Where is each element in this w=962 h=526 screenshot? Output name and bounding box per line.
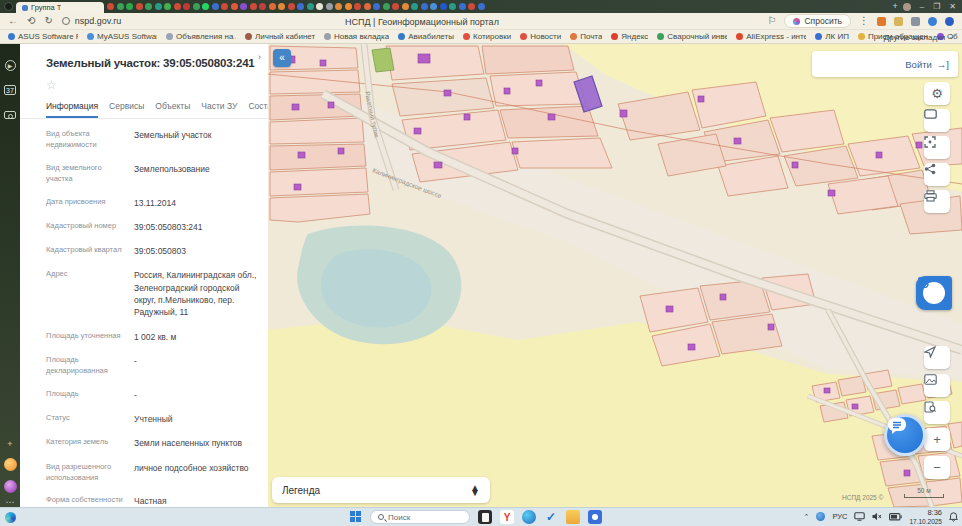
- profile-avatar[interactable]: [903, 3, 911, 11]
- cadastral-map[interactable]: Калининградское шоссе Ракетный тупик « В…: [268, 44, 962, 507]
- print-button[interactable]: [924, 190, 950, 213]
- bookmark-item[interactable]: Личный кабинет: [245, 32, 315, 41]
- panel-tab[interactable]: Объекты: [155, 101, 190, 118]
- tab-favicon-dot[interactable]: [468, 3, 475, 10]
- tab-favicon-dot[interactable]: [392, 3, 399, 10]
- counter-badge[interactable]: 37: [4, 85, 16, 95]
- bookmark-item[interactable]: MyASUS Softwar: [87, 32, 157, 41]
- back-icon[interactable]: ←: [8, 16, 18, 26]
- zoom-in-button[interactable]: +: [924, 428, 950, 451]
- extension-icon-5[interactable]: [945, 17, 954, 26]
- legend-expand-icon[interactable]: ▲▼: [470, 485, 480, 495]
- locate-button[interactable]: [924, 346, 950, 369]
- favorite-star-icon[interactable]: ☆: [46, 79, 268, 91]
- tab-favicon-dot[interactable]: [440, 3, 447, 10]
- bookmark-item[interactable]: ASUS Software P: [8, 32, 78, 41]
- tab-favicon-dot[interactable]: [421, 3, 428, 10]
- notification-bell-icon[interactable]: [949, 512, 958, 522]
- camera-icon[interactable]: [4, 111, 16, 119]
- tab-favicon-dot[interactable]: [364, 3, 371, 10]
- tab-favicon-dot[interactable]: [269, 3, 276, 10]
- tab-favicon-dot[interactable]: [250, 3, 257, 10]
- bookmark-item[interactable]: Почта: [570, 32, 602, 41]
- panel-tab[interactable]: Сервисы: [109, 101, 144, 118]
- new-tab-button[interactable]: +: [890, 2, 899, 11]
- bookmark-item[interactable]: AliExpress - инте: [736, 32, 806, 41]
- tab-favicon-dot[interactable]: [373, 3, 380, 10]
- zoom-out-button[interactable]: −: [924, 456, 950, 479]
- tab-favicon-dot[interactable]: [383, 3, 390, 10]
- display-icon[interactable]: [854, 512, 865, 521]
- bookmark-item[interactable]: ЛК ИП: [815, 32, 849, 41]
- ask-button[interactable]: Спросить: [784, 14, 851, 28]
- yandex-browser-icon[interactable]: Y: [500, 510, 514, 524]
- add-icon[interactable]: +: [7, 439, 12, 449]
- window-minimize-button[interactable]: –: [920, 3, 924, 11]
- tray-expand-icon[interactable]: ⌃: [804, 513, 810, 521]
- tab-favicon-dot[interactable]: [231, 3, 238, 10]
- tab-favicon-dot[interactable]: [354, 3, 361, 10]
- panel-collapse-button[interactable]: «: [273, 49, 291, 67]
- speaker-mute-icon[interactable]: [872, 512, 882, 521]
- tab-favicon-dot[interactable]: [402, 3, 409, 10]
- chat-assistant-button[interactable]: [884, 414, 926, 456]
- bookmark-item[interactable]: Новости: [520, 32, 561, 41]
- tab-favicon-dot[interactable]: [212, 3, 219, 10]
- window-maximize-button[interactable]: ❐: [933, 3, 940, 11]
- tab-favicon-dot[interactable]: [174, 3, 181, 10]
- bookmark-item[interactable]: Сварочный инве: [657, 32, 727, 41]
- panel-tab[interactable]: Соста: [248, 101, 268, 118]
- login-bar[interactable]: Войти →]: [812, 51, 958, 77]
- bookmark-item[interactable]: Авиабилеты: [398, 32, 454, 41]
- panel-tab[interactable]: Части ЗУ: [201, 101, 237, 118]
- avatar-orange[interactable]: [4, 458, 17, 471]
- address-bar[interactable]: nspd.gov.ru: [62, 16, 121, 26]
- tab-favicon-dot[interactable]: [145, 3, 152, 10]
- network-icon[interactable]: [816, 512, 825, 521]
- tab-favicon-dot[interactable]: [136, 3, 143, 10]
- extension-icon-2[interactable]: [894, 17, 903, 26]
- extension-icon-3[interactable]: [911, 17, 920, 26]
- other-bookmarks[interactable]: Другие закладки ⌄: [884, 30, 954, 44]
- tab-favicon-dot[interactable]: [240, 3, 247, 10]
- reload-icon[interactable]: ↻: [44, 16, 52, 26]
- language-indicator[interactable]: РУС: [832, 512, 847, 521]
- panel-tab[interactable]: Информация: [46, 101, 98, 118]
- play-icon[interactable]: ▶: [5, 60, 16, 71]
- taskbar-clock[interactable]: 8:36 17.10.2025: [909, 509, 942, 524]
- edge-browser-icon[interactable]: [522, 510, 536, 524]
- extension-icon-1[interactable]: [877, 17, 886, 26]
- tab-favicon-dot[interactable]: [316, 3, 323, 10]
- tab-favicon-dot[interactable]: [411, 3, 418, 10]
- tab-favicon-dot[interactable]: [430, 3, 437, 10]
- url-text[interactable]: nspd.gov.ru: [75, 16, 121, 26]
- messenger-app-icon[interactable]: [588, 510, 602, 524]
- bookmark-item[interactable]: Объявления на А: [166, 32, 236, 41]
- tab-favicon-dot[interactable]: [478, 3, 485, 10]
- tab-favicon-dot[interactable]: [297, 3, 304, 10]
- tab-favicon-dot[interactable]: [459, 3, 466, 10]
- check-app-icon[interactable]: ✓: [544, 510, 558, 524]
- window-close-button[interactable]: ✕: [949, 3, 956, 11]
- search-on-map-button[interactable]: [924, 401, 950, 424]
- bookmark-item[interactable]: Котировки: [463, 32, 511, 41]
- notebook-app-icon[interactable]: [478, 510, 492, 524]
- bookmark-item[interactable]: Яндекс: [611, 32, 648, 41]
- avatar-purple[interactable]: [4, 480, 17, 493]
- tab-favicon-dot[interactable]: [107, 3, 114, 10]
- share-button[interactable]: [924, 163, 950, 186]
- tab-favicon-dot[interactable]: [183, 3, 190, 10]
- legend-bar[interactable]: Легенда ▲▼: [272, 477, 490, 503]
- tab-favicon-dot[interactable]: [345, 3, 352, 10]
- start-button[interactable]: [350, 511, 362, 523]
- layers-card-button[interactable]: [924, 109, 950, 132]
- tab-favicon-dot[interactable]: [278, 3, 285, 10]
- tab-favicon-dot[interactable]: [126, 3, 133, 10]
- explorer-folder-icon[interactable]: [566, 510, 580, 524]
- select-area-button[interactable]: [924, 136, 950, 159]
- tabs-scroll-arrow[interactable]: ›: [255, 52, 264, 62]
- extension-icon-4[interactable]: [928, 17, 937, 26]
- tab-favicon-dot[interactable]: [155, 3, 162, 10]
- more-icon[interactable]: ⋯: [6, 497, 15, 507]
- tab-favicon-dot[interactable]: [164, 3, 171, 10]
